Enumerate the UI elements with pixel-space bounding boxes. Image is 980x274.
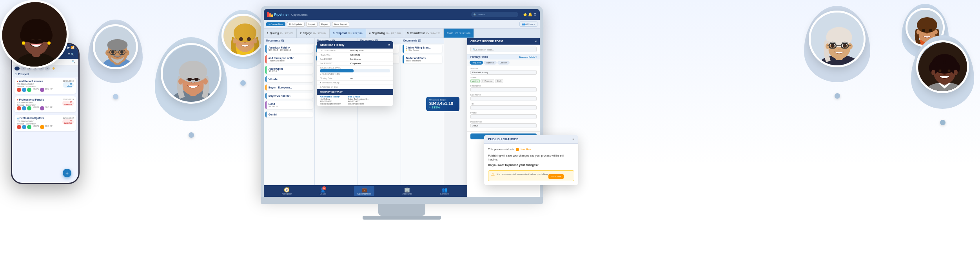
- crm-card-3[interactable]: Vitriolic: [265, 76, 313, 82]
- pin-dot-3: [189, 132, 194, 138]
- publish-dialog-body: This process status is Inactive Publishi…: [484, 144, 578, 185]
- stage-commitment[interactable]: 5. Commitment 90▾ $94,442.80: [404, 29, 444, 38]
- phone-item-1[interactable]: ♥ Professional Pencils 500.000.000,00 € …: [15, 96, 76, 112]
- avatar-1: [17, 88, 21, 92]
- form-search-input[interactable]: 🔍 Search in fields...: [470, 47, 537, 52]
- svg-point-29: [203, 78, 208, 85]
- status-prospect[interactable]: In Progress: [481, 79, 495, 83]
- svg-point-14: [105, 50, 109, 56]
- weighted-target-badge: Weighted Target $343,451.10 ≈ 335%: [426, 97, 459, 111]
- svg-point-68: [935, 30, 938, 34]
- svg-point-54: [849, 43, 853, 49]
- form-lastname-input[interactable]: [470, 96, 537, 101]
- af-popup-close[interactable]: ×: [388, 43, 390, 47]
- form-firstname-input[interactable]: [470, 87, 537, 92]
- form-tab-required[interactable]: Required: [470, 61, 483, 65]
- crm-card-12[interactable]: Citrine Filling Bran... ★ Stis Group: [403, 45, 442, 53]
- phone-item-2[interactable]: △ Pentium Computers 500.000.000,00 € Sen…: [15, 115, 76, 131]
- phone-item-0[interactable]: ♥ Additional Licenses 500.000.000,00 € S…: [15, 78, 76, 94]
- svg-point-41: [239, 37, 243, 41]
- form-field-status: Status Active In Progress Draft: [470, 76, 537, 83]
- person-pin-2: [88, 20, 143, 99]
- form-panel-close[interactable]: ×: [535, 40, 537, 43]
- status-dot: [516, 148, 519, 151]
- pin-dot-2: [113, 94, 118, 99]
- form-tab-optional[interactable]: Optional: [484, 61, 497, 65]
- publish-dialog: PUBLISH CHANGES × This process status is…: [484, 135, 578, 185]
- american-fidelity-popup: American Fidelity × CLOSING DATE Nov 30,…: [317, 41, 393, 106]
- crm-card-7[interactable]: Gemini: [265, 112, 313, 117]
- person-pin-5: [804, 6, 870, 99]
- form-field-account-input[interactable]: Elizabeth Young: [470, 70, 537, 75]
- crm-module-label: Opportunities: [291, 13, 308, 16]
- main-scene: 12:22 ●●● ▶ 📶 Opportunities ☰ 🔍 ⊞ All Op…: [0, 0, 980, 274]
- crm-card-4[interactable]: Buyer - European...: [265, 85, 313, 90]
- stage-progress-bar: [320, 69, 390, 72]
- svg-point-60: [831, 44, 835, 48]
- form-phone-input[interactable]: [470, 114, 537, 119]
- crm-card-6[interactable]: Bond $5,276.71: [265, 101, 313, 109]
- all-users-filter[interactable]: 👥 All Users: [519, 22, 537, 27]
- svg-point-87: [950, 73, 955, 76]
- monitor-base: [261, 197, 543, 204]
- status-active[interactable]: Active: [470, 79, 480, 83]
- days-badge-2: 78 overdue: [62, 119, 74, 124]
- svg-point-84: [939, 70, 942, 72]
- svg-point-69: [922, 29, 925, 32]
- nav-accounts[interactable]: 🏢 Accounts: [403, 187, 412, 195]
- stage-close[interactable]: Close 100 $219,310.10: [444, 29, 474, 38]
- crm-card-5[interactable]: Buyer US Roll-out: [265, 93, 313, 99]
- export-btn[interactable]: Export: [319, 22, 330, 27]
- crm-card-13[interactable]: Trader and Sons trader and more: [403, 55, 442, 63]
- form-manage-link[interactable]: Manage fields ▾: [519, 56, 537, 58]
- nav-contacts[interactable]: 👥 Contacts: [440, 187, 450, 195]
- status-draft[interactable]: Draft: [495, 79, 503, 83]
- svg-point-22: [120, 50, 123, 54]
- new-report-btn[interactable]: New Report: [332, 22, 349, 27]
- pin-dot-5: [835, 93, 840, 99]
- days-badge-1: 58 overdue: [62, 101, 74, 106]
- svg-rect-45: [267, 12, 269, 17]
- stage-proposal[interactable]: 3. Proposal 30▾ $104,764.0: [330, 29, 366, 38]
- stage-engage[interactable]: 2. Engage 22▾ $7,533.64: [297, 29, 330, 38]
- svg-point-66: [917, 17, 937, 33]
- form-search: 🔍 Search in fields...: [467, 45, 540, 54]
- create-new-btn[interactable]: + Create New: [266, 22, 285, 26]
- import-btn[interactable]: Import: [306, 22, 318, 27]
- af-popup-title: American Fidelity: [320, 43, 345, 47]
- phone-tab-6[interactable]: 6: [45, 67, 50, 70]
- publish-dialog-close[interactable]: ×: [572, 137, 574, 141]
- crm-stage-bar: 1. Quoting 10▾ $63,537.0 2. Engage 22▾ $…: [264, 29, 540, 38]
- svg-point-61: [843, 44, 847, 48]
- monitor-foot: [363, 216, 441, 220]
- crm-top-bar: Pipeliner Opportunities 🔍 Search... ⭐ 🔔 …: [264, 9, 540, 20]
- run-test-button[interactable]: Run Test: [548, 174, 564, 179]
- phone-tab-1[interactable]: 1: [15, 67, 20, 70]
- nav-navigator[interactable]: 🧭 Navigator: [282, 187, 292, 195]
- svg-point-31: [194, 78, 198, 81]
- form-title-input[interactable]: [470, 105, 537, 110]
- stage-negotiating[interactable]: 4. Negotiating 60▾ $12,712.88: [366, 29, 404, 38]
- nav-leads[interactable]: 👤 Leads 24: [320, 187, 326, 195]
- crm-card-0[interactable]: American Fidelity $28,574.0 | 2019-09-14: [265, 45, 313, 53]
- svg-point-85: [948, 70, 951, 72]
- form-tab-custom[interactable]: Custom: [497, 61, 510, 65]
- form-status-options: Active In Progress Draft: [470, 79, 537, 83]
- crm-search-bar[interactable]: 🔍 Search...: [471, 12, 518, 17]
- form-head-office-input[interactable]: Active: [470, 123, 537, 128]
- svg-point-5: [20, 28, 31, 42]
- pin-dot-6: [940, 120, 946, 125]
- phone-fab-button[interactable]: +: [63, 169, 71, 177]
- svg-point-21: [111, 50, 114, 54]
- nav-opportunities[interactable]: 💼 Opportunities: [354, 186, 374, 196]
- stage-quoting[interactable]: 1. Quoting 10▾ $63,537.0: [264, 29, 297, 38]
- crm-card-2[interactable]: Apple Uplift $1,050.0: [265, 66, 313, 74]
- crm-logo: Pipeliner: [267, 12, 289, 17]
- publish-description: Publishing will save your changes and yo…: [488, 154, 574, 162]
- crm-card-1[interactable]: and forms part of the Trader and more: [265, 55, 313, 63]
- crm-bottom-nav: 🧭 Navigator 👤 Leads 24 💼 Opportunities: [264, 185, 467, 197]
- avatar-4: [40, 88, 44, 92]
- pin-dot-4: [240, 80, 246, 86]
- person-bubble-1: [0, 0, 69, 68]
- bulk-update-btn[interactable]: Bulk Update: [287, 22, 305, 27]
